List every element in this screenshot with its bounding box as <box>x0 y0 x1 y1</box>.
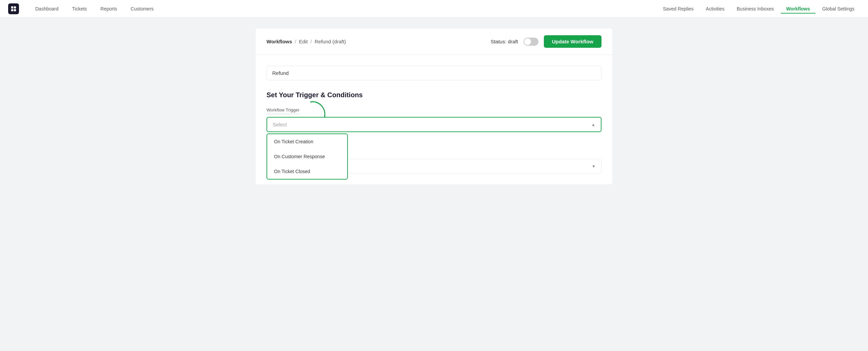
svg-rect-1 <box>14 6 16 8</box>
trigger-section-title: Set Your Trigger & Conditions <box>267 91 601 99</box>
trigger-select-placeholder: Select <box>273 122 287 127</box>
navbar: Dashboard Tickets Reports Customers Save… <box>0 0 868 18</box>
nav-global-settings[interactable]: Global Settings <box>817 4 860 14</box>
svg-rect-0 <box>11 6 13 8</box>
nav-left: Dashboard Tickets Reports Customers <box>30 4 657 14</box>
breadcrumb-workflows[interactable]: Workflows <box>267 39 292 44</box>
breadcrumb-sep-1: / <box>295 39 296 44</box>
app-logo[interactable] <box>8 3 19 14</box>
breadcrumb-edit: Edit <box>299 39 308 44</box>
chevron-down-icon: ▼ <box>592 164 596 169</box>
nav-business-inboxes[interactable]: Business Inboxes <box>731 4 780 14</box>
trigger-field-label: Workflow Trigger <box>267 107 299 114</box>
trigger-field: Workflow Trigger Select ▲ On Ticket Crea… <box>267 107 601 132</box>
nav-workflows[interactable]: Workflows <box>781 4 816 14</box>
header-right: Status: draft Update Workflow <box>491 35 601 48</box>
nav-tickets[interactable]: Tickets <box>67 4 93 14</box>
page-header: Workflows / Edit / Refund (draft) Status… <box>256 28 612 55</box>
trigger-select[interactable]: Select ▲ <box>267 117 601 132</box>
nav-right: Saved Replies Activities Business Inboxe… <box>657 4 860 14</box>
nav-activities[interactable]: Activities <box>701 4 730 14</box>
breadcrumb-sep-2: / <box>311 39 312 44</box>
update-workflow-button[interactable]: Update Workflow <box>544 35 601 48</box>
trigger-dropdown-menu: On Ticket Creation On Customer Response … <box>267 133 348 180</box>
svg-rect-2 <box>11 9 13 11</box>
nav-saved-replies[interactable]: Saved Replies <box>657 4 699 14</box>
workflow-card: Set Your Trigger & Conditions Workflow T… <box>256 55 612 184</box>
trigger-select-container: Select ▲ On Ticket Creation On Customer … <box>267 117 601 132</box>
status-label: Status: draft <box>491 39 518 44</box>
workflow-name-input[interactable] <box>267 66 601 80</box>
breadcrumb-current: Refund (draft) <box>315 39 346 44</box>
dropdown-item-ticket-creation[interactable]: On Ticket Creation <box>267 134 347 149</box>
nav-customers[interactable]: Customers <box>125 4 159 14</box>
svg-rect-3 <box>14 9 16 11</box>
nav-reports[interactable]: Reports <box>95 4 122 14</box>
breadcrumb: Workflows / Edit / Refund (draft) <box>267 39 346 44</box>
trigger-section: Set Your Trigger & Conditions Workflow T… <box>267 91 601 132</box>
nav-dashboard[interactable]: Dashboard <box>30 4 64 14</box>
dropdown-item-customer-response[interactable]: On Customer Response <box>267 149 347 164</box>
chevron-up-icon: ▲ <box>591 122 595 127</box>
page-content: Workflows / Edit / Refund (draft) Status… <box>248 18 620 195</box>
dropdown-item-ticket-closed[interactable]: On Ticket Closed <box>267 164 347 179</box>
status-toggle[interactable] <box>524 38 538 46</box>
